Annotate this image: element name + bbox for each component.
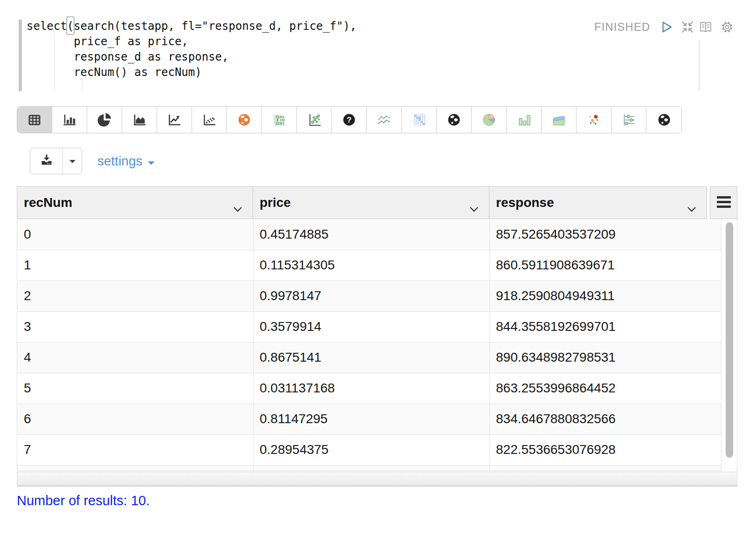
area-chart-icon[interactable] xyxy=(122,107,157,133)
table-row[interactable]: 4 0.8675141 890.6348982798531 xyxy=(17,343,721,373)
table-icon[interactable] xyxy=(17,107,52,133)
table-row[interactable]: 0 0.45174885 857.5265403537209 xyxy=(17,219,721,250)
download-icon xyxy=(39,153,54,170)
bar-color-icon[interactable] xyxy=(507,107,542,133)
globe-dark-icon[interactable] xyxy=(437,107,472,133)
table-row[interactable]: 5 0.031137168 863.2553996864452 xyxy=(17,373,721,404)
help-icon[interactable]: ? xyxy=(332,107,367,133)
multi-line-chart-icon[interactable] xyxy=(367,107,402,133)
scatter-color-icon[interactable] xyxy=(577,107,612,133)
table-row[interactable]: 2 0.9978147 918.2590804949311 xyxy=(17,281,721,312)
chevron-down-icon[interactable] xyxy=(233,200,242,215)
code-editor[interactable]: select(search(testapp, fl="response_d, p… xyxy=(27,19,357,80)
indent-guide xyxy=(82,78,82,91)
cell-response: 857.5265403537209 xyxy=(489,219,721,250)
chevron-down-icon[interactable] xyxy=(469,200,479,215)
cell-price: 0.115314305 xyxy=(253,250,489,281)
book-icon[interactable] xyxy=(699,20,713,34)
cell-price: 0.28954375 xyxy=(253,435,489,465)
download-button[interactable] xyxy=(30,148,63,174)
scatter-chart-icon[interactable] xyxy=(192,107,227,133)
cell-price: 0.3579914 xyxy=(253,312,489,342)
column-header-label: response xyxy=(496,195,554,210)
table-row[interactable]: 3 0.3579914 844.3558192699701 xyxy=(17,312,721,343)
gear-icon[interactable] xyxy=(720,20,734,34)
cell-response: 844.3558192699701 xyxy=(489,312,721,342)
compress-icon[interactable] xyxy=(680,20,694,34)
column-header-response[interactable]: response xyxy=(489,187,707,219)
editor-gutter-bar xyxy=(19,20,22,91)
globe-orange-icon[interactable] xyxy=(227,107,262,133)
column-header-recnum[interactable]: recNum xyxy=(17,187,253,219)
settings-link[interactable]: settings xyxy=(97,154,155,169)
status-badge: FINISHED xyxy=(594,21,650,34)
download-menu-button[interactable] xyxy=(63,148,82,174)
cell-response: 918.2590804949311 xyxy=(489,281,721,311)
cell-response: 860.5911908639671 xyxy=(489,250,721,281)
cell-recnum: 3 xyxy=(17,312,253,342)
cell-response: 890.6348982798531 xyxy=(489,343,721,373)
cell-response: 822.5536653076928 xyxy=(489,435,721,465)
cell-recnum: 6 xyxy=(17,404,253,434)
column-header-label: recNum xyxy=(24,195,72,210)
svg-text:?: ? xyxy=(347,116,351,124)
heatmap-icon[interactable] xyxy=(402,107,437,133)
cell-recnum: 2 xyxy=(17,281,253,311)
vertical-scrollbar[interactable] xyxy=(726,222,733,458)
settings-label: settings xyxy=(97,154,143,169)
table-row[interactable]: 6 0.81147295 834.6467880832566 xyxy=(17,404,721,435)
play-icon[interactable] xyxy=(660,20,674,34)
bubble-grid-icon[interactable] xyxy=(262,107,297,133)
cell-price: 0.45174885 xyxy=(253,219,489,250)
bar-chart-icon[interactable] xyxy=(52,107,87,133)
grid-menu-button[interactable] xyxy=(710,186,737,219)
table-body: 0 0.45174885 857.5265403537209 1 0.11531… xyxy=(17,219,722,471)
editor-scrollbar xyxy=(699,40,700,91)
visualization-toolbar: ? xyxy=(17,106,682,133)
cell-price: 0.8675141 xyxy=(253,343,489,373)
cell-price: 0.81147295 xyxy=(253,404,489,434)
scatter-bubbles-icon[interactable] xyxy=(297,107,332,133)
code-line-1: select(search(testapp, fl="response_d, p… xyxy=(27,20,357,33)
cell-recnum: 5 xyxy=(17,373,253,404)
code-line-3: response_d as response, xyxy=(27,50,228,63)
pie-color-icon[interactable] xyxy=(472,107,507,133)
chevron-down-icon[interactable] xyxy=(687,200,696,215)
table-row-partial xyxy=(17,466,721,471)
cell-response: 863.2553996864452 xyxy=(489,373,721,404)
column-header-price[interactable]: price xyxy=(253,187,489,219)
chevron-down-icon xyxy=(69,157,76,165)
chevron-down-icon xyxy=(147,154,155,169)
column-header-label: price xyxy=(260,195,291,210)
cell-price: 0.031137168 xyxy=(253,373,489,404)
grid-footer-strip xyxy=(17,472,737,487)
cell-response: 834.6467880832566 xyxy=(489,404,721,434)
results-count: Number of results: 10. xyxy=(17,493,150,508)
sliders-icon[interactable] xyxy=(612,107,646,133)
download-split-button xyxy=(30,148,82,174)
zeppelin-paragraph: select(search(testapp, fl="response_d, p… xyxy=(0,0,756,535)
code-line-2: price_f as price, xyxy=(27,35,188,48)
area-color-icon[interactable] xyxy=(542,107,577,133)
cell-recnum: 0 xyxy=(17,219,253,250)
code-line-4: recNum() as recNum) xyxy=(27,66,202,79)
line-chart-icon[interactable] xyxy=(157,107,192,133)
hamburger-menu-icon xyxy=(717,196,731,210)
globe-dark-icon-2[interactable] xyxy=(646,107,681,133)
grid-right-border xyxy=(737,219,737,472)
column-separator xyxy=(489,219,490,471)
table-row[interactable]: 7 0.28954375 822.5536653076928 xyxy=(17,435,721,466)
cell-recnum: 7 xyxy=(17,435,253,465)
table-header: recNum price response xyxy=(17,186,707,219)
cell-price: 0.9978147 xyxy=(253,281,489,311)
cell-recnum: 4 xyxy=(17,343,253,373)
pie-chart-icon[interactable] xyxy=(87,107,122,133)
table-row[interactable]: 1 0.115314305 860.5911908639671 xyxy=(17,250,721,281)
column-separator xyxy=(253,219,254,471)
cell-recnum: 1 xyxy=(17,250,253,281)
